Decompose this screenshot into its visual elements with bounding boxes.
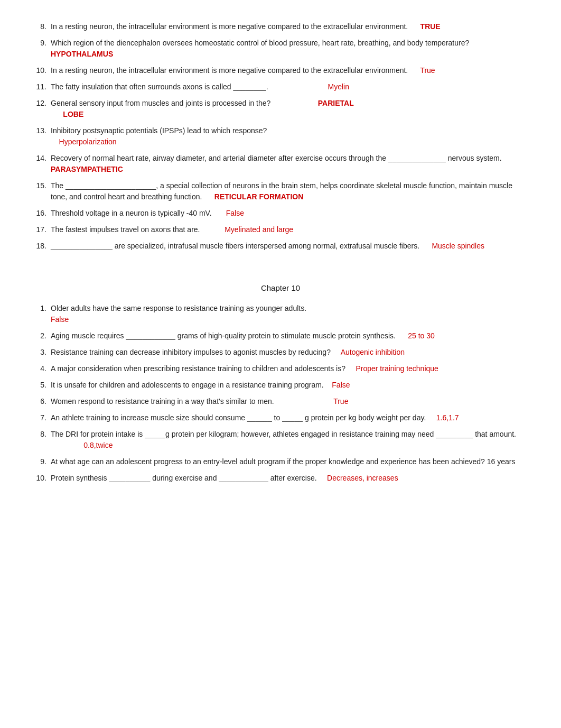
ch10-question-3: 3. Resistance training can decrease inhi… xyxy=(32,347,529,358)
chapter-10-title: Chapter 10 xyxy=(32,283,529,292)
answer-13: Hyperpolarization xyxy=(59,137,117,146)
q-num-18: 18. xyxy=(32,242,46,250)
questions-ch10: 1. Older adults have the same response t… xyxy=(32,303,529,484)
ch10-q-text-5: It is unsafe for children and adolescent… xyxy=(51,380,529,391)
question-15: 15. The ______________________, a specia… xyxy=(32,180,529,202)
ch10-q-num-9: 9. xyxy=(32,457,46,466)
ch10-answer-7: 1.6,1.7 xyxy=(436,413,459,422)
ch10-answer-8: 0.8,twice xyxy=(83,441,113,449)
ch10-q-text-2: Aging muscle requires ____________ grams… xyxy=(51,330,529,342)
ch10-q-num-2: 2. xyxy=(32,331,46,340)
ch10-answer-1: False xyxy=(51,315,69,324)
q-text-17: The fastest impulses travel on axons tha… xyxy=(51,224,529,235)
ch10-answer-5: False xyxy=(332,381,350,389)
ch10-question-8: 8. The DRI for protein intake is _____g … xyxy=(32,429,529,451)
question-11: 11. The fatty insulation that often surr… xyxy=(32,81,529,93)
answer-18: Muscle spindles xyxy=(432,242,484,250)
answer-14: PARASYMPATHETIC xyxy=(51,165,123,173)
ch10-q-num-6: 6. xyxy=(32,397,46,406)
ch10-answer-2: 25 to 30 xyxy=(408,331,435,340)
ch10-q-num-1: 1. xyxy=(32,304,46,312)
q-text-13: Inhibitory postsynaptic potentials (IPSP… xyxy=(51,125,529,148)
question-16: 16. Threshold voltage in a neuron is typ… xyxy=(32,208,529,219)
q-text-16: Threshold voltage in a neuron is typical… xyxy=(51,208,529,219)
ch10-q-num-4: 4. xyxy=(32,364,46,373)
q-text-18: _______________ are specialized, intrafu… xyxy=(51,241,529,252)
answer-12: PARIETAL xyxy=(318,99,354,107)
ch10-answer-6: True xyxy=(333,397,348,406)
question-9: 9. Which region of the diencephalon over… xyxy=(32,38,529,60)
q-text-10: In a resting neuron, the intracellular e… xyxy=(51,65,529,76)
answer-17: Myelinated and large xyxy=(225,225,293,234)
ch10-q-num-3: 3. xyxy=(32,348,46,356)
ch10-q-num-8: 8. xyxy=(32,430,46,438)
q-num-11: 11. xyxy=(32,82,46,91)
ch10-q-text-1: Older adults have the same response to r… xyxy=(51,303,529,325)
ch10-question-10: 10. Protein synthesis __________ during … xyxy=(32,473,529,484)
ch10-q-text-6: Women respond to resistance training in … xyxy=(51,396,529,407)
question-14: 14. Recovery of normal heart rate, airwa… xyxy=(32,153,529,175)
q-text-9: Which region of the diencephalon oversee… xyxy=(51,38,529,60)
ch10-answer-4: Proper training technique xyxy=(356,364,438,373)
q-text-11: The fatty insulation that often surround… xyxy=(51,81,529,93)
ch10-q-num-7: 7. xyxy=(32,413,46,422)
q-num-15: 15. xyxy=(32,181,46,190)
ch10-question-6: 6. Women respond to resistance training … xyxy=(32,396,529,407)
ch10-question-1: 1. Older adults have the same response t… xyxy=(32,303,529,325)
q-text-14: Recovery of normal heart rate, airway di… xyxy=(51,153,529,175)
q-num-9: 9. xyxy=(32,39,46,47)
ch10-q-text-3: Resistance training can decrease inhibit… xyxy=(51,347,529,358)
question-18: 18. _______________ are specialized, int… xyxy=(32,241,529,252)
answer-16: False xyxy=(226,209,244,217)
ch10-question-7: 7. An athlete training to increase muscl… xyxy=(32,412,529,423)
q-text-15: The ______________________, a special co… xyxy=(51,180,529,202)
ch10-q-text-10: Protein synthesis __________ during exer… xyxy=(51,473,529,484)
ch10-q-num-10: 10. xyxy=(32,474,46,482)
question-8: 8. In a resting neuron, the intracellula… xyxy=(32,21,529,32)
q-num-14: 14. xyxy=(32,154,46,162)
q-text-12: General sensory input from muscles and j… xyxy=(51,98,529,120)
ch10-question-9: 9. At what age can an adolescent progres… xyxy=(32,456,529,467)
q-num-13: 13. xyxy=(32,126,46,135)
ch10-q-text-9: At what age can an adolescent progress t… xyxy=(51,456,529,467)
question-10: 10. In a resting neuron, the intracellul… xyxy=(32,65,529,76)
ch10-question-4: 4. A major consideration when prescribin… xyxy=(32,363,529,374)
question-13: 13. Inhibitory postsynaptic potentials (… xyxy=(32,125,529,148)
answer-15: RETICULAR FORMATION xyxy=(214,192,304,201)
ch10-q-text-4: A major consideration when prescribing r… xyxy=(51,363,529,374)
ch10-q-text-7: An athlete training to increase muscle s… xyxy=(51,412,529,423)
questions-part1: 8. In a resting neuron, the intracellula… xyxy=(32,21,529,252)
ch10-q-text-8: The DRI for protein intake is _____g pro… xyxy=(51,429,529,451)
question-17: 17. The fastest impulses travel on axons… xyxy=(32,224,529,235)
q-num-12: 12. xyxy=(32,99,46,107)
ch10-answer-3: Autogenic inhibition xyxy=(341,348,405,356)
q-num-16: 16. xyxy=(32,209,46,217)
q-num-17: 17. xyxy=(32,225,46,234)
answer-12b: LOBE xyxy=(63,110,83,118)
ch10-q-num-5: 5. xyxy=(32,381,46,389)
q-num-10: 10. xyxy=(32,66,46,75)
ch10-question-2: 2. Aging muscle requires ____________ gr… xyxy=(32,330,529,342)
q-num-8: 8. xyxy=(32,22,46,31)
ch10-question-5: 5. It is unsafe for children and adolesc… xyxy=(32,380,529,391)
ch10-answer-10: Decreases, increases xyxy=(327,474,398,482)
answer-11: Myelin xyxy=(328,82,349,91)
answer-9: HYPOTHALAMUS xyxy=(51,50,113,58)
answer-8: TRUE xyxy=(420,22,441,31)
page-content: 8. In a resting neuron, the intracellula… xyxy=(32,21,529,484)
question-12: 12. General sensory input from muscles a… xyxy=(32,98,529,120)
answer-10: True xyxy=(420,66,435,75)
q-text-8: In a resting neuron, the intracellular e… xyxy=(51,21,529,32)
